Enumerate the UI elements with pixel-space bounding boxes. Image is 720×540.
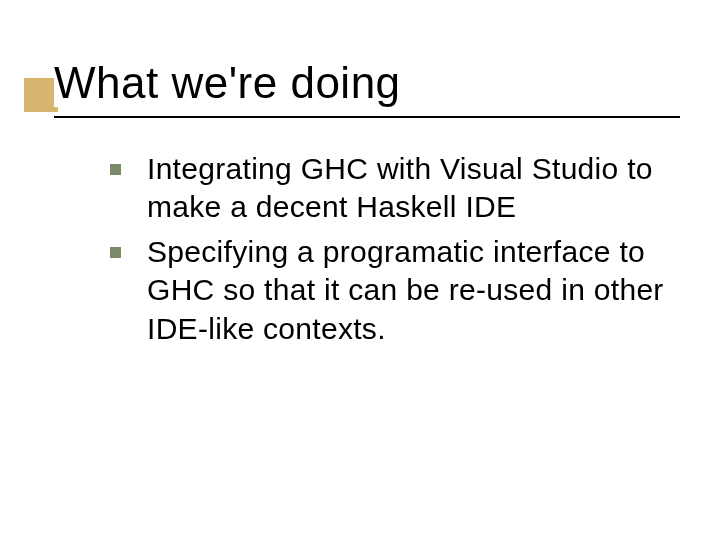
title-accent-box	[24, 78, 58, 112]
title-underline	[54, 116, 680, 118]
square-bullet-icon	[110, 164, 121, 175]
list-item: Integrating GHC with Visual Studio to ma…	[110, 150, 690, 227]
square-bullet-icon	[110, 247, 121, 258]
slide-title: What we're doing	[54, 58, 401, 107]
bullet-text: Specifying a programatic interface to GH…	[147, 233, 690, 348]
bullet-text: Integrating GHC with Visual Studio to ma…	[147, 150, 690, 227]
list-item: Specifying a programatic interface to GH…	[110, 233, 690, 348]
slide-content: Integrating GHC with Visual Studio to ma…	[110, 150, 690, 354]
slide-title-wrap: What we're doing	[54, 58, 690, 108]
